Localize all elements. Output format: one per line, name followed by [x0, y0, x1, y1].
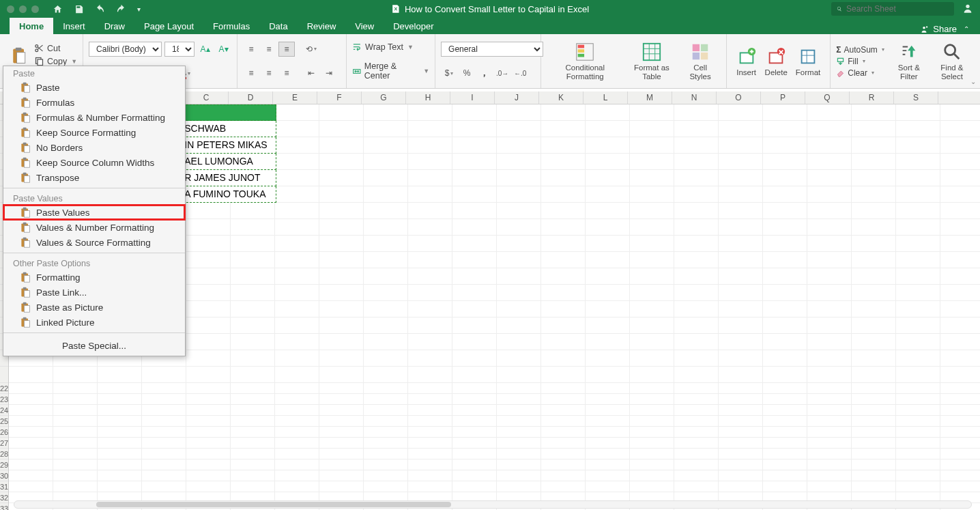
- paste-menu-item[interactable]: Values & Number Formatting: [3, 220, 185, 235]
- percent-button[interactable]: %: [459, 66, 475, 81]
- clear-button[interactable]: Clear▾: [836, 68, 884, 78]
- column-header[interactable]: S: [894, 91, 938, 104]
- paste-menu-item[interactable]: Formatting: [3, 270, 185, 285]
- align-top-icon[interactable]: ≡: [243, 42, 259, 57]
- column-header[interactable]: H: [406, 91, 450, 104]
- paste-special-item[interactable]: Paste Special...: [3, 336, 185, 356]
- redo-icon[interactable]: [116, 4, 126, 14]
- conditional-formatting-button[interactable]: Conditional Formatting: [547, 42, 623, 81]
- row-header[interactable]: 23: [0, 394, 8, 405]
- window-controls[interactable]: [0, 5, 46, 13]
- row-header[interactable]: 28: [0, 449, 8, 459]
- fill-button[interactable]: Fill▾: [836, 57, 884, 66]
- align-right-icon[interactable]: ≡: [278, 66, 295, 81]
- row-header[interactable]: 29: [0, 459, 8, 470]
- row-header[interactable]: 25: [0, 416, 8, 427]
- tab-insert[interactable]: Insert: [53, 18, 95, 34]
- data-cell[interactable]: [179, 104, 276, 121]
- paste-menu-item[interactable]: Values & Source Formatting: [3, 235, 185, 250]
- user-account-icon[interactable]: [954, 3, 980, 16]
- column-header[interactable]: P: [761, 91, 805, 104]
- align-bottom-icon[interactable]: ≡: [278, 42, 295, 57]
- row-header[interactable]: 30: [0, 470, 8, 481]
- save-icon[interactable]: [74, 4, 84, 14]
- column-header[interactable]: J: [495, 91, 539, 104]
- search-input[interactable]: [846, 4, 949, 14]
- align-middle-icon[interactable]: ≡: [261, 42, 277, 57]
- autosum-button[interactable]: ΣAutoSum▾: [836, 45, 884, 55]
- paste-menu-item[interactable]: Paste: [3, 80, 185, 95]
- paste-menu-item[interactable]: Keep Source Column Widths: [3, 155, 185, 170]
- number-format-select[interactable]: General: [441, 42, 543, 57]
- data-cell[interactable]: AEL LUMONGA: [179, 154, 276, 170]
- home-icon[interactable]: [53, 4, 63, 14]
- tab-home[interactable]: Home: [10, 18, 53, 34]
- tab-page-layout[interactable]: Page Layout: [134, 18, 203, 34]
- qat-more-icon[interactable]: ▾: [137, 5, 141, 13]
- font-size-select[interactable]: 18: [164, 42, 194, 57]
- paste-menu-item[interactable]: Paste Values: [3, 205, 185, 220]
- tab-developer[interactable]: Developer: [384, 18, 443, 34]
- collapse-icon[interactable]: ⌄: [970, 78, 976, 85]
- cell-styles-button[interactable]: Cell Styles: [680, 42, 721, 81]
- sort-filter-button[interactable]: Sort & Filter: [889, 42, 929, 81]
- font-name-select[interactable]: Calibri (Body): [89, 42, 162, 57]
- comma-button[interactable]: ꓹ: [476, 66, 493, 81]
- find-select-button[interactable]: Find & Select: [929, 42, 975, 81]
- paste-menu-item[interactable]: Formulas & Number Formatting: [3, 110, 185, 125]
- tab-data[interactable]: Data: [259, 18, 297, 34]
- paste-menu-item[interactable]: Transpose: [3, 170, 185, 185]
- increase-decimal-icon[interactable]: .0→: [494, 66, 510, 81]
- decrease-font-icon[interactable]: A▾: [216, 42, 231, 57]
- align-center-icon[interactable]: ≡: [261, 66, 277, 81]
- share-button[interactable]: Share: [933, 24, 957, 34]
- wrap-text-button[interactable]: Wrap Text▼: [352, 40, 429, 53]
- orientation-icon[interactable]: ⟲▾: [303, 42, 319, 57]
- paste-menu-item[interactable]: No Borders: [3, 140, 185, 155]
- column-header[interactable]: N: [672, 91, 717, 104]
- column-header[interactable]: F: [317, 91, 362, 104]
- paste-menu-item[interactable]: Formulas: [3, 95, 185, 110]
- row-header[interactable]: 22: [0, 383, 8, 394]
- data-cell[interactable]: SCHWAB: [179, 121, 276, 137]
- format-button[interactable]: Format: [792, 46, 824, 76]
- column-header[interactable]: D: [229, 91, 273, 104]
- decrease-decimal-icon[interactable]: ←.0: [512, 66, 528, 81]
- row-header[interactable]: 32: [0, 492, 8, 503]
- format-as-table-button[interactable]: Format as Table: [623, 42, 680, 81]
- row-header[interactable]: 27: [0, 438, 8, 449]
- tab-formulas[interactable]: Formulas: [203, 18, 259, 34]
- column-header[interactable]: L: [583, 91, 628, 104]
- row-header[interactable]: 24: [0, 405, 8, 416]
- column-header[interactable]: R: [850, 91, 894, 104]
- row-header[interactable]: 31: [0, 481, 8, 492]
- row-header[interactable]: 26: [0, 427, 8, 438]
- data-cell[interactable]: IN PETERS MIKAS: [179, 137, 276, 154]
- column-header[interactable]: M: [628, 91, 672, 104]
- increase-indent-icon[interactable]: ⇥: [321, 66, 337, 81]
- paste-menu-item[interactable]: Paste Link...: [3, 285, 185, 300]
- currency-button[interactable]: $▾: [441, 66, 457, 81]
- column-header[interactable]: I: [450, 91, 495, 104]
- search-sheet[interactable]: [831, 2, 954, 16]
- column-header[interactable]: G: [362, 91, 406, 104]
- tab-view[interactable]: View: [345, 18, 384, 34]
- column-header[interactable]: Q: [805, 91, 850, 104]
- tab-review[interactable]: Review: [298, 18, 346, 34]
- column-header[interactable]: C: [184, 91, 229, 104]
- decrease-indent-icon[interactable]: ⇤: [303, 66, 319, 81]
- column-header[interactable]: K: [539, 91, 583, 104]
- undo-icon[interactable]: [95, 4, 105, 14]
- row-header[interactable]: 33: [0, 503, 8, 510]
- collapse-ribbon-icon[interactable]: ⌃: [961, 25, 972, 33]
- delete-button[interactable]: Delete: [761, 46, 792, 76]
- column-header[interactable]: E: [273, 91, 317, 104]
- data-cell[interactable]: A FUMINO TOUKA: [179, 186, 276, 203]
- paste-menu-item[interactable]: Keep Source Formatting: [3, 125, 185, 140]
- data-cell[interactable]: R JAMES JUNOT: [179, 170, 276, 186]
- insert-button[interactable]: Insert: [732, 46, 761, 76]
- column-header[interactable]: O: [717, 91, 761, 104]
- cut-button[interactable]: Cut: [34, 42, 77, 55]
- tab-draw[interactable]: Draw: [95, 18, 134, 34]
- paste-menu-item[interactable]: Linked Picture: [3, 315, 185, 330]
